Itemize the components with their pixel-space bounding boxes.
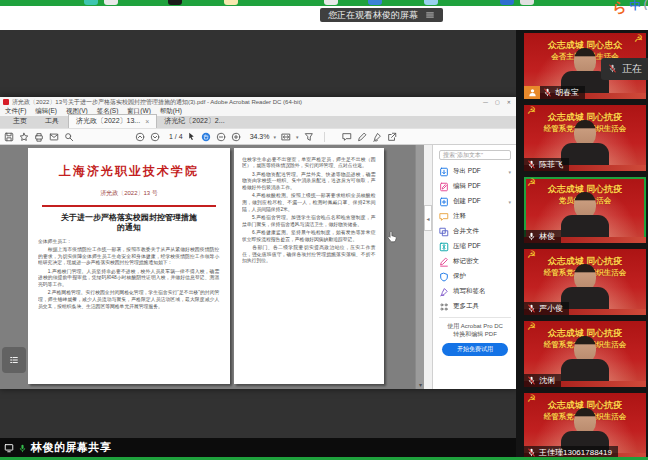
participant-name: 陈菲飞 bbox=[539, 159, 563, 170]
hand-tool-icon[interactable] bbox=[201, 132, 211, 142]
panel-collapse-handle[interactable]: ◂ bbox=[424, 205, 432, 231]
doc-tab-1[interactable]: 济光纪〔2022〕2... bbox=[157, 115, 231, 128]
mic-muted-icon bbox=[608, 64, 617, 75]
banner-menu-icon[interactable] bbox=[425, 10, 435, 20]
doc-tab-label: 济光政〔2022〕13... bbox=[76, 116, 140, 126]
tab-close-icon[interactable]: × bbox=[145, 118, 149, 125]
zoom-caret-icon[interactable]: ▾ bbox=[273, 134, 276, 140]
tab-bar: 主页 工具 济光政〔2022〕13...×济光纪〔2022〕2... bbox=[0, 116, 517, 128]
taskbar-app-icon[interactable] bbox=[224, 0, 238, 5]
doc-tab-0[interactable]: 济光政〔2022〕13...× bbox=[68, 114, 157, 128]
screen-share-label: 林俊的屏幕共享 bbox=[31, 440, 112, 455]
print-icon[interactable] bbox=[34, 132, 44, 142]
page-thumbnails-button[interactable] bbox=[2, 347, 26, 373]
export-pdf-icon bbox=[439, 167, 449, 177]
pencil-icon[interactable] bbox=[357, 132, 367, 142]
select-cursor-icon[interactable] bbox=[187, 132, 196, 141]
vertical-scrollbar[interactable]: ▾ bbox=[415, 145, 424, 389]
page-indicator[interactable]: 1 / 4 bbox=[169, 133, 183, 140]
participant-name-bar: 严小俊 bbox=[524, 302, 569, 315]
party-emblem-icon: ☭ bbox=[527, 250, 536, 260]
page2-body-text: 住校学生非必要不出寝室，单室严格定员，师生足不出校（园区），就医等特殊情况除外，… bbox=[242, 156, 375, 264]
chevron-down-icon[interactable]: ▾ bbox=[508, 199, 511, 205]
chevron-down-icon[interactable]: ▾ bbox=[508, 169, 511, 175]
participant-tile-4[interactable]: ☭众志成城 同心抗疫经管系党支部组织生活会沈俐 bbox=[524, 321, 646, 387]
participant-tile-3[interactable]: ☭众志成城 同心抗疫经管系党支部组织生活会严小俊 bbox=[524, 249, 646, 315]
share-icon[interactable] bbox=[387, 132, 397, 142]
scroll-down-icon[interactable]: ▾ bbox=[416, 381, 424, 388]
tool-item-more-tools[interactable]: 更多工具 bbox=[439, 299, 511, 314]
document-area[interactable]: 上海济光职业技术学院 济光政〔2022〕13 号 关于进一步严格落实校园封控管理… bbox=[0, 145, 424, 389]
participant-name: 胡春宝 bbox=[555, 87, 579, 98]
sign-icon[interactable] bbox=[372, 132, 382, 142]
taskbar-app-icon[interactable] bbox=[368, 0, 382, 5]
tool-item-combine[interactable]: 合并文件 bbox=[439, 224, 511, 239]
tab-home[interactable]: 主页 bbox=[4, 115, 36, 128]
tool-item-label: 注释 bbox=[453, 212, 466, 221]
brand-partial-icon: ら bbox=[612, 0, 626, 14]
main-toolbar: 1 / 4 34.3% ▾ ▾ bbox=[0, 128, 517, 145]
tool-item-create-pdf[interactable]: 创建 PDF▾ bbox=[439, 194, 511, 209]
tool-item-protect[interactable]: 保护 bbox=[439, 269, 511, 284]
taskbar-app-icon[interactable] bbox=[424, 0, 438, 5]
tool-item-label: 压缩 PDF bbox=[453, 242, 481, 251]
tool-item-comment[interactable]: 注释 bbox=[439, 209, 511, 224]
zoom-level[interactable]: 34.3% bbox=[250, 133, 270, 140]
taskbar-app-icon[interactable] bbox=[500, 0, 514, 5]
prev-page-icon[interactable] bbox=[135, 132, 145, 142]
search-icon[interactable] bbox=[64, 132, 74, 142]
tool-item-label: 标记密文 bbox=[453, 257, 479, 266]
participant-tile-2[interactable]: ☭众志成城 同心抗疫党员组织生活会林俊 bbox=[524, 177, 646, 243]
participant-tile-1[interactable]: ☭众志成城 同心抗疫经管系党支部组织生活会陈菲飞 bbox=[524, 105, 646, 171]
tool-item-export-pdf[interactable]: 导出 PDF▾ bbox=[439, 164, 511, 179]
fit-width-icon[interactable] bbox=[281, 132, 291, 142]
tool-item-label: 导出 PDF bbox=[453, 167, 481, 176]
next-page-icon[interactable] bbox=[150, 132, 160, 142]
comment-icon[interactable] bbox=[342, 132, 352, 142]
taskbar-app-icon[interactable] bbox=[104, 0, 118, 5]
window-titlebar[interactable]: 济光政〔2022〕13号关于进一步严格落实校园封控管理措施的通知(3).pdf … bbox=[0, 97, 517, 107]
fit-caret-icon[interactable]: ▾ bbox=[296, 134, 299, 140]
watching-banner-text: 您正在观看林俊的屏幕 bbox=[328, 9, 418, 22]
taskbar-strip bbox=[0, 0, 648, 6]
close-button[interactable]: ✕ bbox=[507, 99, 511, 105]
tool-item-fill-sign[interactable]: 填写和签名 bbox=[439, 284, 511, 299]
tools-panel: 搜索“添加文本” 导出 PDF▾编辑 PDF创建 PDF▾注释合并文件压缩 PD… bbox=[432, 145, 517, 389]
more-tools-icon bbox=[439, 302, 449, 312]
participant-video bbox=[561, 192, 609, 243]
brand-partial-icon: 中 bbox=[630, 0, 641, 11]
tool-item-edit-pdf[interactable]: 编辑 PDF bbox=[439, 179, 511, 194]
tool-item-redact[interactable]: 标记密文 bbox=[439, 254, 511, 269]
page1-body-text: 全体师生员工： 根据上海市疫情防控工作统一部署，按照市教委关于从严从紧做好校园疫… bbox=[38, 238, 219, 309]
tab-tools[interactable]: 工具 bbox=[36, 115, 68, 128]
minimize-button[interactable]: — bbox=[483, 99, 488, 105]
mic-muted-icon bbox=[527, 304, 536, 313]
save-icon[interactable] bbox=[4, 132, 14, 142]
taskbar-app-icon[interactable] bbox=[168, 0, 182, 5]
star-icon[interactable] bbox=[19, 132, 29, 142]
participant-name-bar: 胡春宝 bbox=[540, 86, 585, 99]
taskbar-app-icon[interactable] bbox=[520, 0, 534, 5]
taskbar-app-icon[interactable] bbox=[84, 0, 98, 5]
comment-icon bbox=[439, 212, 449, 222]
notice-heading-line2: 的通知 bbox=[28, 223, 230, 233]
free-trial-button[interactable]: 开始免费试用 bbox=[442, 343, 508, 356]
participant-tile-5[interactable]: ☭众志成城 同心抗疫经管系党支部组织生活会王佳瑾13061788419 bbox=[524, 393, 646, 457]
zoom-out-icon[interactable] bbox=[216, 132, 226, 142]
mic-active-icon bbox=[18, 439, 27, 457]
mic-muted-icon bbox=[527, 160, 536, 169]
tools-search-input[interactable]: 搜索“添加文本” bbox=[439, 150, 511, 160]
party-emblem-icon: ☭ bbox=[527, 106, 536, 116]
tool-item-label: 合并文件 bbox=[453, 227, 479, 236]
letterhead-title: 上海济光职业技术学院 bbox=[28, 163, 230, 180]
participant-name-bar: 沈俐 bbox=[524, 374, 561, 387]
mic-muted-icon bbox=[543, 88, 552, 97]
acrobat-pro-promo: 使用 Acrobat Pro DC 转换和编辑 PDF bbox=[439, 317, 511, 338]
participant-name: 王佳瑾13061788419 bbox=[539, 447, 612, 457]
maximize-button[interactable]: ▢ bbox=[495, 99, 500, 105]
tool-item-compress[interactable]: 压缩 PDF bbox=[439, 239, 511, 254]
funnel-icon[interactable] bbox=[304, 132, 314, 142]
taskbar-app-icon[interactable] bbox=[324, 0, 338, 5]
email-icon[interactable] bbox=[49, 132, 59, 142]
zoom-in-icon[interactable] bbox=[231, 132, 241, 142]
